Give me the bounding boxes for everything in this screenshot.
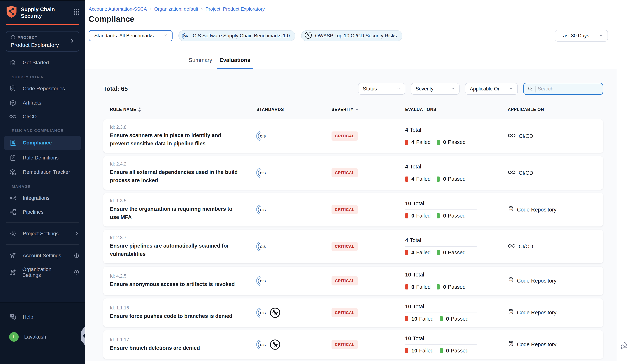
table-row[interactable]: Id: 4.2.5 Ensure anonymous access to art… <box>103 266 603 295</box>
severity-badge: CRITICAL <box>332 308 358 317</box>
sort-icon <box>138 108 141 112</box>
sidebar-item-artifacts[interactable]: Artifacts <box>0 96 85 110</box>
rule-id: Id: 1.1.16 <box>110 305 256 310</box>
breadcrumb-project[interactable]: Project: Product Exploratory <box>206 6 265 12</box>
project-box-icon <box>10 35 16 40</box>
standards-dropdown[interactable]: Standards: All Benchmarks <box>89 30 172 42</box>
home-icon <box>9 59 16 66</box>
chip-cis-benchmark[interactable]: CIS CIS Software Supply Chain Benchmarks… <box>178 30 295 41</box>
eval-failed-label: Failed <box>416 250 430 256</box>
project-label: PROJECT <box>18 36 37 40</box>
project-name: Product Exploratory <box>10 42 69 48</box>
standards-cell: CIS <box>256 339 332 350</box>
rule-id: Id: 2.4.2 <box>110 161 256 166</box>
evaluations-cell: 4 Total 4 Failed 0 Passed <box>405 237 476 256</box>
sidebar-item-label: CI/CD <box>23 114 37 120</box>
page-title: Compliance <box>85 12 617 24</box>
table-row[interactable]: Id: 1.1.17 Ensure branch deletions are d… <box>103 330 603 359</box>
column-rule-name[interactable]: RULE NAME <box>110 107 256 112</box>
svg-text:</>: </> <box>509 311 512 313</box>
rule-name: Ensure pipelines are automatically scann… <box>110 242 238 258</box>
sidebar-item-pipelines[interactable]: Pipelines <box>0 205 85 219</box>
applicable-label: CI/CD <box>519 244 533 250</box>
sidebar-item-account-settings[interactable]: Account Settings <box>0 248 85 263</box>
rule-name: Ensure branch deletions are denied <box>110 344 238 352</box>
passed-marker <box>437 213 440 218</box>
project-selector[interactable]: PROJECT Product Exploratory <box>6 31 79 52</box>
svg-text:CIS: CIS <box>260 208 266 212</box>
svg-text:CIS: CIS <box>260 171 266 175</box>
eval-total-label: Total <box>413 272 424 278</box>
sidebar-item-cicd[interactable]: CI/CD <box>0 110 85 123</box>
sidebar-item-label: Rule Definitions <box>23 155 58 161</box>
eval-passed-label: Passed <box>451 348 468 354</box>
cis-standard-icon: CIS <box>256 130 268 142</box>
user-name: Lavakush <box>24 334 46 340</box>
cis-standard-icon: CIS <box>256 241 268 252</box>
applicable-on-filter-dropdown[interactable]: Applicable On <box>465 83 518 95</box>
table-row[interactable]: Id: 1.1.16 Ensure force pushes code to b… <box>103 298 603 327</box>
sidebar-item-label: Get Started <box>23 60 49 66</box>
failed-marker <box>405 250 408 255</box>
sidebar-item-remediation-tracker[interactable]: Remediation Tracker <box>0 165 85 179</box>
sidebar-item-help[interactable]: ? Help <box>0 310 85 324</box>
apps-grid-icon[interactable] <box>73 8 80 17</box>
sidebar-item-organization-settings[interactable]: Organization Settings <box>0 263 85 282</box>
rule-name-cell: Id: 1.3.5 Ensure the organization is req… <box>110 198 256 221</box>
sidebar-user[interactable]: L Lavakush <box>0 328 85 345</box>
cis-standard-icon: CIS <box>256 167 268 178</box>
status-filter-dropdown[interactable]: Status <box>358 83 405 95</box>
sidebar-item-label: Pipelines <box>23 209 44 215</box>
standards-cell: CIS <box>256 130 332 142</box>
sidebar-item-label: Project Settings <box>23 231 58 236</box>
svg-text:</>: </> <box>509 343 512 345</box>
breadcrumb-account[interactable]: Account: Automation-SSCA <box>89 6 147 12</box>
column-severity[interactable]: SEVERITY <box>332 107 405 112</box>
rule-name-cell: Id: 2.3.7 Ensure pipelines are automatic… <box>110 235 256 258</box>
svg-text:</>: </> <box>509 208 512 210</box>
sidebar-item-get-started[interactable]: Get Started <box>0 56 85 70</box>
svg-text:?: ? <box>11 314 13 317</box>
tab-summary[interactable]: Summary <box>186 57 215 69</box>
rule-name-cell: Id: 1.1.16 Ensure force pushes code to b… <box>110 305 256 320</box>
info-icon[interactable] <box>74 253 79 258</box>
avatar: L <box>9 332 19 342</box>
eval-divider <box>405 136 476 136</box>
eval-total-count: 4 <box>405 164 408 170</box>
sidebar-item-project-settings[interactable]: Project Settings <box>0 226 85 241</box>
chevron-down-icon <box>451 86 455 92</box>
eval-passed-label: Passed <box>448 250 466 256</box>
support-chat-icon[interactable] <box>620 340 629 352</box>
eval-failed-label: Failed <box>416 176 430 182</box>
evaluations-panel: Total: 65 Status Severity Applicable On <box>85 69 617 361</box>
applicable-on-cell: </> Code Repository <box>508 308 603 317</box>
tab-evaluations[interactable]: Evaluations <box>217 57 253 69</box>
svg-text:</>: </> <box>11 88 15 90</box>
standards-cell: CIS <box>256 276 332 286</box>
severity-filter-dropdown[interactable]: Severity <box>411 83 460 95</box>
table-row[interactable]: Id: 1.3.5 Ensure the organization is req… <box>103 193 603 226</box>
date-range-dropdown[interactable]: Last 30 Days <box>555 30 608 42</box>
date-range-label: Last 30 Days <box>560 33 589 39</box>
chevron-down-icon <box>396 86 400 92</box>
eval-passed-count: 0 <box>446 316 449 322</box>
table-row[interactable]: Id: 2.4.2 Ensure all external dependenci… <box>103 156 603 190</box>
eval-divider <box>405 344 476 345</box>
table-row[interactable]: Id: 2.3.8 Ensure scanners are in place t… <box>103 120 603 153</box>
info-icon[interactable] <box>74 270 79 275</box>
sidebar-footer: ? Help L Lavakush <box>0 302 85 364</box>
failed-marker <box>405 348 408 353</box>
rule-id: Id: 2.3.7 <box>110 235 256 240</box>
tab-bar: Summary Evaluations <box>85 48 617 69</box>
sidebar-item-integrations[interactable]: Integrations <box>0 191 85 205</box>
table-row[interactable]: Id: 2.3.7 Ensure pipelines are automatic… <box>103 230 603 263</box>
sidebar-item-rule-definitions[interactable]: Rule Definitions <box>0 151 85 165</box>
failed-marker <box>405 213 408 218</box>
chip-owasp[interactable]: OWASP Top 10 CI/CD Security Risks <box>301 30 402 41</box>
table-toolbar: Total: 65 Status Severity Applicable On <box>103 78 603 99</box>
sidebar-item-compliance[interactable]: Compliance <box>4 136 81 150</box>
sidebar-item-code-repositories[interactable]: </> Code Repositories <box>0 82 85 96</box>
standards-cell: CIS <box>256 241 332 252</box>
eval-passed-label: Passed <box>448 284 466 290</box>
breadcrumb-organization[interactable]: Organization: default <box>154 6 198 12</box>
